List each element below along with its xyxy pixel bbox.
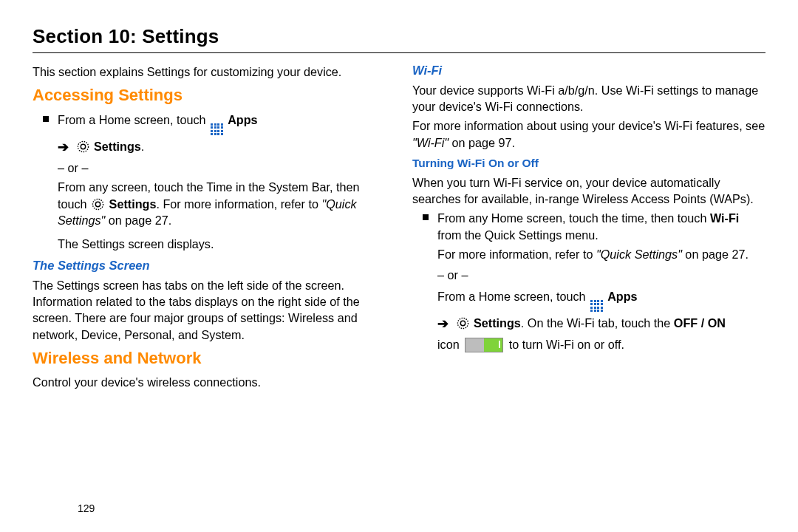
settings-label-2: Settings <box>474 316 521 330</box>
wifi-bold: Wi-Fi <box>710 211 739 225</box>
text-from-home: From a Home screen, touch <box>58 113 209 126</box>
left-column: This section explains Settings for custo… <box>33 62 386 394</box>
step-more-a: For more information, refer to <box>437 248 596 261</box>
toggle-off-on-icon <box>465 338 503 352</box>
settings-gear-icon <box>457 317 469 330</box>
wifi-body-2a: For more information about using your de… <box>412 119 765 132</box>
or-separator: – or – <box>58 160 386 176</box>
arrow-icon: ➔ <box>437 315 449 333</box>
square-bullet-icon <box>423 214 429 220</box>
svg-point-0 <box>78 142 88 152</box>
right-column: Wi-Fi Your device supports Wi-Fi a/b/g/n… <box>412 62 765 394</box>
intro-text: This section explains Settings for custo… <box>33 64 386 80</box>
step-more-b: on page 27. <box>682 248 748 261</box>
svg-point-5 <box>460 321 465 326</box>
text-from-any-2: . For more information, refer to <box>156 197 321 211</box>
or-separator-2: – or – <box>437 267 765 283</box>
title-rule <box>33 52 765 53</box>
wifi-body-1: Your device supports Wi-Fi a/b/g/n. Use … <box>412 82 765 115</box>
step1b: from the Quick Settings menu. <box>437 228 598 242</box>
period: . <box>141 140 145 153</box>
text-displays: The Settings screen displays. <box>58 236 386 252</box>
apps-label-2: Apps <box>607 290 637 303</box>
step-from-home: From a Home screen, touch Apps ➔ Setting… <box>33 112 386 253</box>
turning-body: When you turn Wi-Fi service on, your dev… <box>412 174 765 208</box>
heading-settings-screen: The Settings Screen <box>33 257 386 274</box>
heading-wireless-network: Wireless and Network <box>33 347 386 369</box>
step1a: From any Home screen, touch the time, th… <box>437 211 710 225</box>
section-title: Section 10: Settings <box>33 25 765 48</box>
quick-settings-ref-2: "Quick Settings" <box>596 248 682 261</box>
heading-accessing-settings: Accessing Settings <box>33 84 386 106</box>
apps-grid-icon <box>590 300 603 313</box>
svg-point-1 <box>81 145 85 149</box>
wireless-body: Control your device's wireless connectio… <box>33 374 386 390</box>
two-column-layout: This section explains Settings for custo… <box>33 62 765 394</box>
settings-label-inline: Settings <box>109 197 157 211</box>
step2-prefix: From a Home screen, touch <box>437 290 589 303</box>
heading-wifi: Wi-Fi <box>412 62 765 79</box>
wifi-ref: "Wi-Fi" <box>412 136 449 149</box>
settings-label: Settings <box>94 140 141 153</box>
square-bullet-icon <box>43 116 49 122</box>
arrow-icon: ➔ <box>58 138 69 157</box>
step2-mid: . On the Wi-Fi tab, touch the <box>521 316 674 330</box>
settings-gear-icon <box>92 198 104 211</box>
svg-point-3 <box>95 202 100 206</box>
step-quick-settings-wifi: From any Home screen, touch the time, th… <box>412 210 765 352</box>
step2-end: to turn Wi-Fi on or off. <box>509 338 624 351</box>
page-number: 129 <box>78 502 95 514</box>
svg-point-2 <box>93 199 103 209</box>
text-from-any-3: on page 27. <box>105 214 171 227</box>
off-on-label: OFF / ON <box>674 316 726 330</box>
step2-after: icon <box>437 338 463 351</box>
apps-label: Apps <box>228 113 257 126</box>
heading-turning-wifi: Turning Wi-Fi On or Off <box>412 155 765 171</box>
svg-point-4 <box>457 318 468 329</box>
wifi-body-2b: on page 97. <box>449 136 515 149</box>
settings-gear-icon <box>77 140 89 153</box>
wifi-body-2: For more information about using your de… <box>412 117 765 151</box>
apps-grid-icon <box>211 123 223 136</box>
settings-screen-body: The Settings screen has tabs on the left… <box>33 277 386 343</box>
